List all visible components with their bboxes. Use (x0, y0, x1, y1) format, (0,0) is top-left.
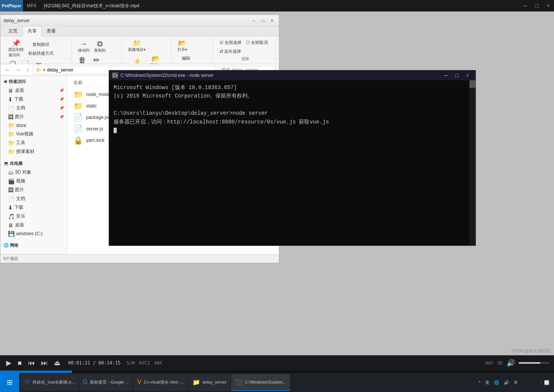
teaching-icon: 📁 (8, 149, 15, 155)
select-buttons: ☑ 全部选择 ☐ 全部取消 ⇄ 反向选择 (218, 39, 272, 55)
tray-volume[interactable]: 🔊 (502, 380, 511, 385)
deselect-all-button[interactable]: ☐ 全部取消 (244, 39, 270, 47)
tray-show-desktop[interactable]: ⬜ (541, 380, 551, 385)
3d-icon: 🗂 (8, 169, 13, 176)
tray-clock[interactable]: 英 (512, 380, 539, 385)
potplayer-close-button[interactable]: × (543, 0, 554, 11)
quick-access-header[interactable]: ★ 快速访问 (0, 77, 67, 86)
taskbar-item-html[interactable]: V 3.v-cloak指令.html -... (134, 374, 188, 391)
quick-access-section: ★ 快速访问 🖥 桌面 📌 ⬇ 下载 📌 📄 文档 📌 🖼 (0, 76, 67, 158)
sidebar-item-pictures2[interactable]: 🖼 图片 (0, 185, 67, 194)
stop-button[interactable]: ■ (16, 358, 23, 368)
tab-view[interactable]: 查看 (42, 26, 61, 36)
pin-to-quickaccess-button[interactable]: 📌 固定到快速访问 (7, 39, 26, 59)
start-button[interactable]: ⊞ (0, 373, 19, 392)
tab-share[interactable]: 共享 (23, 26, 42, 36)
open-button[interactable]: 📂 打开▾ (176, 39, 189, 54)
potplayer-titlebar: PotPlayer MP4 [42/168] 042_尚硅谷Vue技术_v-cl… (0, 0, 554, 11)
sidebar-item-label: Vue视频 (16, 131, 33, 137)
sidebar-item-label: 桌面 (15, 87, 24, 94)
sidebar-item-desktop[interactable]: 🖥 桌面 📌 (0, 86, 67, 95)
ribbon-group-open: 📂 打开▾ 编辑 历史记录 ℹ 属性▾ 打开 (173, 39, 213, 62)
folder-icon: 📁 (73, 90, 83, 99)
potplayer-logo[interactable]: PotPlayer (0, 0, 23, 11)
prev-button[interactable]: ⏮ (26, 358, 36, 368)
tray-ime[interactable]: 英 (484, 380, 491, 385)
up-button[interactable]: ↑ (25, 66, 31, 74)
tray-network[interactable]: 🌐 (492, 380, 501, 385)
play-button[interactable]: ▶ (5, 358, 13, 368)
sidebar-item-teaching[interactable]: 📁 授课素材 (0, 147, 67, 156)
invert-selection-button[interactable]: ⇄ 反向选择 (218, 47, 243, 55)
eject-button[interactable]: ⏏ (52, 358, 62, 368)
cmd-scrollbar-thumb[interactable] (469, 80, 476, 88)
sidebar-item-videos[interactable]: 🎬 视频 (0, 177, 67, 185)
network-header[interactable]: 🌐 网络 (0, 241, 67, 250)
taskbar-item-explorer[interactable]: 📁 delay_server (189, 374, 230, 391)
file-count: 5个项目 (3, 256, 18, 262)
next-button[interactable]: ⏭ (39, 358, 49, 368)
edit-button[interactable]: 编辑 (176, 54, 196, 62)
ribbon: 主页 共享 查看 📌 固定到快速访问 复制路径 粘贴快捷方式 (0, 26, 279, 64)
pin-icon: 📌 (59, 115, 64, 119)
explorer-icon: 📁 (192, 379, 200, 386)
paste-shortcut-button[interactable]: 粘贴快捷方式 (26, 49, 55, 57)
cmd-line: (c) 2019 Microsoft Corporation。保留所有权利。 (114, 92, 471, 100)
sidebar-item-pictures[interactable]: 🖼 图片 📌 (0, 112, 67, 121)
csdn-watermark: CSDN @待木成柱② (512, 348, 550, 354)
cmd-close-button[interactable]: × (463, 70, 473, 80)
forward-button[interactable]: → (14, 66, 23, 74)
explorer-minimize-button[interactable]: ─ (250, 17, 257, 24)
js-icon: 📄 (73, 124, 83, 133)
potplayer-maximize-button[interactable]: □ (531, 0, 543, 11)
cmd-maximize-button[interactable]: □ (452, 70, 462, 80)
tray-chevron[interactable]: ^ (477, 380, 482, 385)
sidebar-item-label: 授课素材 (16, 148, 34, 155)
sidebar-item-tools[interactable]: 📁 工具 (0, 138, 67, 147)
sidebar-item-documents2[interactable]: 📄 文档 (0, 194, 67, 203)
sidebar-item-downloads2[interactable]: ⬇ 下载 (0, 203, 67, 212)
cmd-line (114, 101, 471, 109)
explorer-titlebar: delay_server ─ □ × (0, 15, 279, 26)
this-pc-header[interactable]: 💻 此电脑 (0, 159, 67, 168)
volume-slider[interactable] (519, 362, 549, 364)
sidebar-item-vue-videos[interactable]: 📁 Vue视频 (0, 130, 67, 138)
pictures-icon: 🖼 (8, 114, 13, 120)
volume-icon[interactable]: 🔊 (505, 358, 517, 368)
explorer-close-button[interactable]: × (268, 17, 276, 24)
potplayer-minimize-button[interactable]: ─ (520, 0, 531, 11)
sidebar-item-desktop2[interactable]: 🖥 桌面 (0, 221, 67, 229)
tab-home[interactable]: 主页 (3, 26, 23, 36)
sidebar-item-store[interactable]: 📁 store (0, 121, 67, 130)
time-separator: / (93, 360, 98, 366)
documents2-icon: 📄 (8, 196, 15, 202)
cmd-minimize-button[interactable]: ─ (441, 70, 451, 80)
sidebar-item-documents[interactable]: 📄 文档 📌 (0, 104, 67, 112)
codec-audio: AAC (154, 360, 163, 366)
cmd-cursor (114, 128, 117, 133)
time-total: 00:14:15 (98, 360, 121, 366)
sidebar-item-3d-objects[interactable]: 🗂 3D 对象 (0, 168, 67, 177)
cmd-cursor-line (114, 126, 471, 135)
pin-icon: 📌 (59, 106, 64, 110)
sidebar-item-music[interactable]: 🎵 音乐 (0, 212, 67, 221)
copy-to-button[interactable]: ⧉ 复制到 (92, 39, 108, 54)
explorer-maximize-button[interactable]: □ (259, 17, 267, 24)
copy-path-button[interactable]: 复制路径 (26, 41, 55, 49)
taskbar-item-cmd[interactable]: ⬛ C:\Windows\System... (231, 374, 290, 391)
cmd-content[interactable]: Microsoft Windows [版本 10.0.18363.657] (c… (109, 80, 476, 246)
ribbon-group-organize: → 移动到 ⧉ 复制到 🗑 删除 ✏ 重命名 (73, 39, 122, 62)
cmd-scrollbar[interactable] (469, 80, 476, 246)
move-to-button[interactable]: → 移动到 (76, 39, 91, 54)
desktop2-icon: 🖥 (8, 222, 13, 228)
taskbar-item-chrome[interactable]: G 新标签页 - Google ... (79, 374, 133, 391)
windows-c-icon: 💾 (8, 231, 15, 237)
taskbar-item-word[interactable]: W 尚硅谷_Vue全家桶.d... (21, 374, 78, 391)
potplayer-window-buttons: ─ □ × (520, 0, 554, 11)
select-all-button[interactable]: ☑ 全部选择 (218, 39, 243, 47)
ribbon-content: 📌 固定到快速访问 复制路径 粘贴快捷方式 📋 复制 (0, 36, 279, 64)
sidebar-item-windows-c[interactable]: 💾 windows (C:) (0, 229, 67, 238)
back-button[interactable]: ← (3, 66, 12, 74)
new-item-button[interactable]: 📁 新建项目▾ (126, 39, 147, 54)
sidebar-item-downloads[interactable]: ⬇ 下载 📌 (0, 95, 67, 104)
